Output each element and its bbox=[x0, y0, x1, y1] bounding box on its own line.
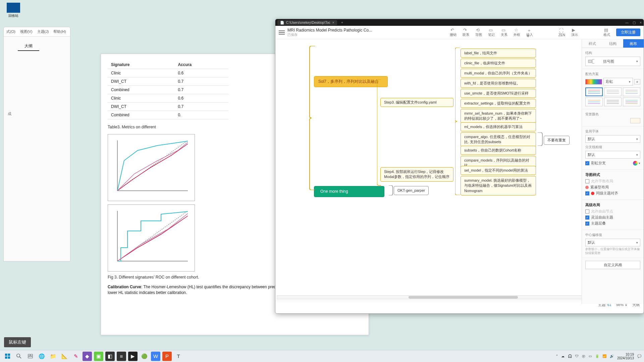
tray-action-icon[interactable]: ▭ bbox=[589, 354, 592, 358]
zen-button[interactable]: ⛶ZEN bbox=[558, 28, 565, 37]
overlap-checkbox[interactable]: ✓ bbox=[585, 222, 589, 226]
option-label[interactable]: 紧凑型布局 bbox=[590, 185, 609, 190]
maximize-icon[interactable]: ▢ bbox=[633, 21, 636, 24]
format-tab-style[interactable]: 样式 bbox=[582, 39, 602, 48]
tray-lang-icon[interactable]: ㊥ bbox=[582, 354, 585, 359]
style-preset[interactable] bbox=[623, 98, 640, 106]
freeform-checkbox[interactable] bbox=[585, 209, 589, 214]
node-cfg[interactable]: clinic_file，临床特征文件 bbox=[461, 59, 536, 68]
contact-button[interactable]: ↷联系 bbox=[463, 27, 469, 37]
app-icon-10[interactable]: P bbox=[162, 352, 172, 361]
font-dropdown[interactable]: 默认▾ bbox=[585, 135, 640, 143]
node-cfg[interactable]: ml_models，你选择的机器学习算法 bbox=[461, 122, 536, 131]
node-cfg[interactable]: use_smote，是否使用SMOTE进行采样 bbox=[461, 89, 536, 98]
style-preset[interactable] bbox=[585, 98, 603, 106]
node-cfg[interactable]: label_file，结局文件 bbox=[461, 49, 536, 58]
note-button[interactable]: ▭笔记 bbox=[488, 27, 495, 37]
scrollbar-thumb[interactable] bbox=[409, 296, 518, 299]
node-cfg[interactable]: with_fd，是否使用分形维数特征。 bbox=[461, 79, 536, 88]
tray-volume-icon[interactable]: 🔊 bbox=[610, 354, 614, 358]
tray-shield-icon[interactable]: 🛡 bbox=[575, 354, 579, 358]
chevron-down-icon[interactable]: ▾ bbox=[639, 162, 640, 165]
undo-button[interactable]: ↶撤销 bbox=[450, 27, 457, 37]
node-cfg[interactable]: extractor_settings，提取特征的配置文件 bbox=[461, 99, 536, 108]
start-button[interactable] bbox=[3, 352, 12, 361]
style-preset[interactable] bbox=[604, 98, 622, 106]
menu-item[interactable]: 帮助(H) bbox=[53, 29, 66, 34]
outline-tab[interactable]: 大纲 bbox=[18, 42, 39, 51]
minimize-icon[interactable]: — bbox=[625, 21, 629, 24]
node-no-repeat[interactable]: 不要有重复 bbox=[544, 136, 570, 145]
node-okt[interactable]: OKT-gen_parper bbox=[394, 186, 429, 195]
format-tab-structure[interactable]: 结构 bbox=[602, 39, 623, 48]
center-offset-dropdown[interactable]: 默认▾ bbox=[585, 239, 640, 246]
node-one-more[interactable]: One more thing bbox=[314, 186, 384, 197]
format-button[interactable]: ▤格式 bbox=[603, 27, 610, 37]
menu-item[interactable]: 视图(V) bbox=[20, 29, 33, 34]
balance-checkbox[interactable] bbox=[585, 179, 589, 183]
color-dropdown[interactable]: 彩虹 ▾ bbox=[603, 78, 633, 85]
app-icon-4[interactable]: ▣ bbox=[94, 352, 103, 361]
add-color-button[interactable]: + bbox=[634, 79, 640, 84]
frame-button[interactable]: ☆外框 bbox=[514, 27, 520, 37]
node-step3[interactable]: Step3. 编辑配置文件config.yaml bbox=[380, 98, 453, 107]
node-cfg[interactable]: compare_algo. 任意模态，任意模型的对比. 支持任意的subsets bbox=[461, 132, 536, 147]
format-tab-canvas[interactable]: 画布 bbox=[623, 39, 644, 48]
align-checkbox[interactable]: ✓ bbox=[585, 191, 589, 195]
file-tab[interactable]: 📄 C:\Users\onekey\Desktop\Toc × bbox=[277, 20, 337, 25]
tray-wifi-icon[interactable]: 📶 bbox=[602, 354, 606, 358]
node-cfg[interactable]: mrmr_sel_feature_num，如果本身你剩下的特征就比较少了，就不要… bbox=[461, 109, 536, 123]
node-cfg[interactable]: multi_modal，你自己的序列（文件夹名） bbox=[461, 69, 536, 78]
node-cfg[interactable]: summary_model. 挑选最好的影像模型，与临床特征融合，做Signat… bbox=[461, 176, 536, 195]
style-preset[interactable] bbox=[604, 87, 622, 96]
style-preset[interactable] bbox=[585, 87, 603, 96]
app-icon-2[interactable]: ✎ bbox=[71, 352, 80, 361]
present-button[interactable]: ▶演示 bbox=[571, 27, 578, 37]
tray-notifications-icon[interactable]: 💬 bbox=[637, 354, 641, 358]
rainbow-branch-checkbox[interactable]: ✓ bbox=[585, 161, 589, 165]
insert-button[interactable]: ＋▾插入 bbox=[526, 27, 533, 37]
register-button[interactable]: 立即注册 bbox=[616, 28, 640, 36]
tool-label: 外框 bbox=[514, 33, 520, 37]
color-scheme-label: 配色方案 bbox=[585, 72, 640, 76]
close-tab-icon[interactable]: × bbox=[332, 21, 334, 24]
freetheme-checkbox[interactable]: ✓ bbox=[585, 216, 589, 220]
structure-dropdown[interactable]: 括号图 ▾ bbox=[585, 57, 640, 66]
map-button[interactable]: ⟲导图 bbox=[475, 27, 482, 37]
outline-item[interactable]: 成 bbox=[8, 111, 66, 116]
app-icon-1[interactable]: 📐 bbox=[60, 352, 69, 361]
app-icon-7[interactable]: ▶ bbox=[128, 352, 138, 361]
app-icon-3[interactable]: ◆ bbox=[83, 352, 92, 361]
explorer-button[interactable]: 📁 bbox=[48, 352, 58, 361]
style-preset[interactable] bbox=[623, 87, 640, 96]
tray-onedrive-icon[interactable]: ☁ bbox=[561, 354, 565, 358]
relation-button[interactable]: ▭关系 bbox=[501, 27, 507, 37]
taskbar-clock[interactable]: 10:19 2024/10/13 bbox=[617, 353, 634, 360]
line-width-dropdown[interactable]: 默认▾ bbox=[585, 151, 640, 159]
app-icon-11[interactable]: T bbox=[174, 352, 183, 361]
dropdown-value: 默认 bbox=[588, 240, 595, 245]
app-icon-8[interactable]: 🟢 bbox=[140, 352, 149, 361]
custom-style-button[interactable]: 自定义风格 bbox=[585, 261, 640, 269]
app-icon-5[interactable]: ◧ bbox=[105, 352, 115, 361]
tray-battery-icon[interactable]: 🔋 bbox=[595, 354, 599, 358]
menu-item[interactable]: 式(O) bbox=[6, 29, 15, 34]
tray-chevron-icon[interactable]: ˄ bbox=[556, 354, 558, 358]
edge-button[interactable]: 🌐 bbox=[37, 352, 46, 361]
note-icon: ▭ bbox=[489, 27, 494, 32]
app-icon-9[interactable]: W bbox=[151, 352, 160, 361]
menu-item[interactable]: 主题(J) bbox=[37, 29, 49, 34]
close-window-icon[interactable]: × bbox=[640, 21, 642, 24]
new-tab-button[interactable]: ＋ bbox=[340, 20, 344, 25]
tray-headset-icon[interactable]: 🎧 bbox=[568, 354, 572, 358]
desktop-recycle-bin[interactable]: 回收站 bbox=[3, 3, 23, 18]
node-cfg[interactable]: subsets，你自己的数据Cohort名称 bbox=[461, 146, 536, 155]
node-cfg[interactable]: sel_model，指定不同的model用的算法 bbox=[461, 166, 536, 175]
hamburger-icon[interactable] bbox=[279, 31, 285, 35]
node-step4[interactable]: Step4. 按部就班运行Step，记得修改Modal参数，指定你用的序列，记住… bbox=[380, 167, 453, 182]
bg-color-swatch[interactable] bbox=[630, 118, 640, 123]
taskview-button[interactable] bbox=[25, 352, 35, 361]
node-sol7[interactable]: Sol7，多序列，序列对比以及融合 bbox=[314, 76, 388, 87]
app-icon-6[interactable]: ≡ bbox=[117, 352, 126, 361]
search-button[interactable] bbox=[14, 352, 23, 361]
